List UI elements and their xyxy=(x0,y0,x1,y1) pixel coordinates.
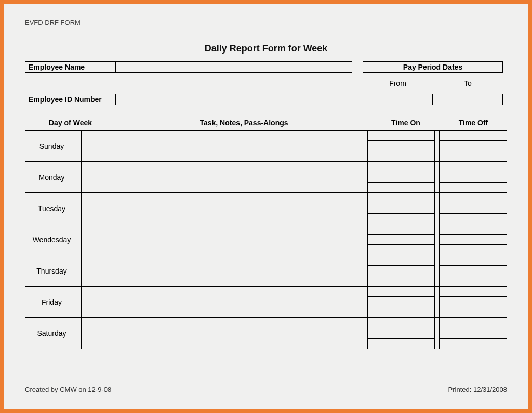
time-off-field[interactable] xyxy=(440,131,507,141)
time-off-block xyxy=(439,224,507,255)
time-on-block xyxy=(367,193,435,224)
time-on-field[interactable] xyxy=(368,266,434,276)
time-on-field[interactable] xyxy=(368,151,434,161)
time-on-block xyxy=(367,287,435,317)
column-headers: Day of Week Task, Notes, Pass-Alongs Tim… xyxy=(25,119,507,130)
day-label: Monday xyxy=(25,162,78,192)
tasks-field[interactable] xyxy=(82,255,367,286)
time-on-block xyxy=(367,162,435,192)
employee-id-label: Employee ID Number xyxy=(25,94,116,105)
day-label: Wendesday xyxy=(25,224,78,255)
time-on-field[interactable] xyxy=(368,287,434,297)
time-on-field[interactable] xyxy=(368,162,434,172)
time-off-field[interactable] xyxy=(440,318,507,328)
time-off-field[interactable] xyxy=(440,193,507,203)
time-off-field[interactable] xyxy=(440,245,507,255)
employee-id-field[interactable] xyxy=(116,94,352,105)
col-day: Day of Week xyxy=(25,119,116,127)
col-time-on: Time On xyxy=(372,119,440,127)
time-on-field[interactable] xyxy=(368,255,434,266)
day-label: Thursday xyxy=(25,255,78,286)
page-title: Daily Report Form for Week xyxy=(25,43,507,54)
time-on-field[interactable] xyxy=(368,224,434,235)
table-row: Friday xyxy=(25,287,507,318)
employee-name-field[interactable] xyxy=(116,61,352,73)
time-on-field[interactable] xyxy=(368,339,434,349)
time-on-field[interactable] xyxy=(368,297,434,307)
time-on-field[interactable] xyxy=(368,245,434,255)
time-on-field[interactable] xyxy=(368,235,434,245)
time-on-field[interactable] xyxy=(368,307,434,317)
table-row: Saturday xyxy=(25,318,507,349)
time-off-field[interactable] xyxy=(440,255,507,266)
time-off-field[interactable] xyxy=(440,214,507,224)
time-off-field[interactable] xyxy=(440,141,507,151)
time-on-field[interactable] xyxy=(368,203,434,214)
time-off-field[interactable] xyxy=(440,183,507,192)
to-label: To xyxy=(433,77,503,89)
time-on-field[interactable] xyxy=(368,193,434,203)
time-on-field[interactable] xyxy=(368,183,434,192)
time-off-block xyxy=(439,287,507,317)
table-row: Tuesday xyxy=(25,193,507,224)
table-row: Wendesday xyxy=(25,224,507,255)
time-off-field[interactable] xyxy=(440,287,507,297)
time-off-field[interactable] xyxy=(440,172,507,183)
tasks-field[interactable] xyxy=(82,131,367,161)
time-on-block xyxy=(367,255,435,286)
printed-date: Printed: 12/31/2008 xyxy=(448,385,507,393)
tasks-field[interactable] xyxy=(82,224,367,255)
time-on-field[interactable] xyxy=(368,172,434,183)
col-time-off: Time Off xyxy=(440,119,507,127)
table-row: Sunday xyxy=(25,131,507,162)
time-off-block xyxy=(439,193,507,224)
time-off-field[interactable] xyxy=(440,266,507,276)
time-off-block xyxy=(439,131,507,161)
tasks-field[interactable] xyxy=(82,287,367,317)
page-content: EVFD DRF FORM Daily Report Form for Week… xyxy=(25,19,507,393)
form-header: EVFD DRF FORM xyxy=(25,19,507,27)
tasks-field[interactable] xyxy=(82,193,367,224)
time-off-block xyxy=(439,255,507,286)
time-off-block xyxy=(439,162,507,192)
time-on-block xyxy=(367,318,435,349)
time-on-field[interactable] xyxy=(368,276,434,286)
time-off-field[interactable] xyxy=(440,276,507,286)
from-to-labels: From To xyxy=(363,77,503,89)
time-off-field[interactable] xyxy=(440,235,507,245)
time-off-field[interactable] xyxy=(440,203,507,214)
col-tasks: Task, Notes, Pass-Alongs xyxy=(116,119,372,127)
footer: Created by CMW on 12-9-08 Printed: 12/31… xyxy=(25,385,507,393)
time-on-block xyxy=(367,224,435,255)
time-on-field[interactable] xyxy=(368,141,434,151)
pay-from-field[interactable] xyxy=(363,94,433,105)
tasks-field[interactable] xyxy=(82,318,367,349)
day-label: Saturday xyxy=(25,318,78,349)
from-label: From xyxy=(363,77,433,89)
time-off-field[interactable] xyxy=(440,151,507,161)
week-table: Sunday Monday xyxy=(25,130,507,349)
time-off-block xyxy=(439,318,507,349)
tasks-field[interactable] xyxy=(82,162,367,192)
day-label: Friday xyxy=(25,287,78,317)
day-label: Tuesday xyxy=(25,193,78,224)
pay-to-field[interactable] xyxy=(433,94,503,105)
employee-name-label: Employee Name xyxy=(25,61,116,73)
document-frame: EVFD DRF FORM Daily Report Form for Week… xyxy=(0,0,532,413)
time-on-block xyxy=(367,131,435,161)
day-label: Sunday xyxy=(25,131,78,161)
time-off-field[interactable] xyxy=(440,339,507,349)
time-on-field[interactable] xyxy=(368,318,434,328)
time-on-field[interactable] xyxy=(368,328,434,339)
time-off-field[interactable] xyxy=(440,307,507,317)
time-off-field[interactable] xyxy=(440,328,507,339)
time-off-field[interactable] xyxy=(440,297,507,307)
meta-grid: Employee Name Pay Period Dates From To E… xyxy=(25,61,507,105)
time-on-field[interactable] xyxy=(368,214,434,224)
time-off-field[interactable] xyxy=(440,162,507,172)
time-on-field[interactable] xyxy=(368,131,434,141)
pay-period-label: Pay Period Dates xyxy=(363,61,503,73)
time-off-field[interactable] xyxy=(440,224,507,235)
table-row: Thursday xyxy=(25,255,507,287)
created-by: Created by CMW on 12-9-08 xyxy=(25,385,111,393)
